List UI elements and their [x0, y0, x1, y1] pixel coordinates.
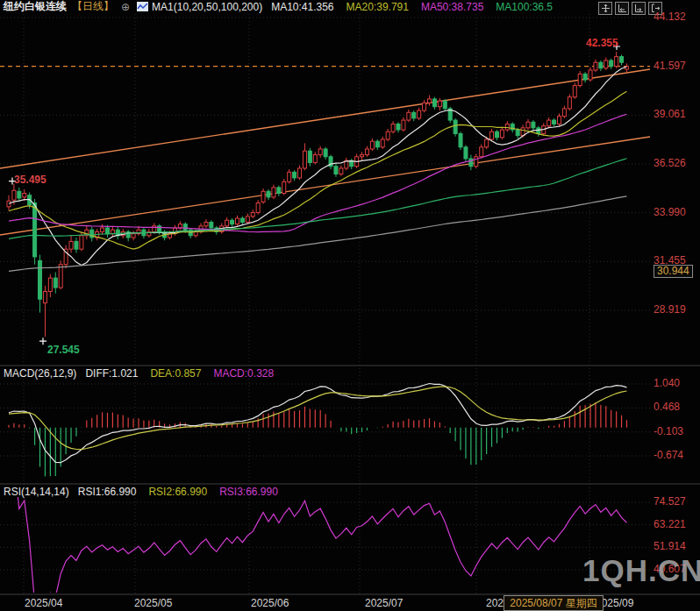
- y-axis-label: 1.040: [654, 378, 680, 389]
- y-axis-label: -0.103: [654, 426, 683, 437]
- ma50-value: MA50:38.735: [421, 1, 483, 13]
- y-axis-label: 28.919: [654, 304, 686, 316]
- watermark: 1QH.CN: [582, 553, 700, 588]
- rsi3-value: RSI3:66.990: [219, 486, 278, 498]
- y-axis-label: 33.990: [654, 207, 686, 218]
- indicator-line: [9, 114, 626, 231]
- trading-app-window: 纽约白银连续 【日线】 ⊕ MA1(10,20,50,100,200) MA10…: [0, 0, 700, 611]
- price-chart-canvas[interactable]: [0, 0, 700, 611]
- instrument-title[interactable]: 纽约白银连续: [4, 0, 67, 14]
- price-extreme-label: 27.545: [47, 344, 80, 356]
- macd-diff-value: DIFF:1.021: [85, 367, 138, 380]
- y-axis-label: 0.468: [654, 401, 680, 413]
- indicator-line: [9, 67, 626, 266]
- add-icon[interactable]: ⊕: [121, 1, 130, 13]
- y-axis-label: 30.944: [654, 265, 693, 278]
- rsi-settings-label: RSI(14,14,14): [4, 486, 69, 498]
- rsi2-value: RSI2:66.990: [148, 486, 207, 498]
- macd-macd-value: MACD:0.328: [213, 367, 274, 380]
- x-axis-month-label: 2025/07: [365, 597, 403, 609]
- rsi-indicator-row[interactable]: RSI(14,14,14) RSI1:66.990 RSI2:66.990 RS…: [4, 486, 278, 498]
- rsi1-value: RSI1:66.990: [78, 486, 137, 498]
- macd-indicator-row[interactable]: MACD(26,12,9) DIFF:1.021 DEA:0.857 MACD:…: [4, 367, 274, 380]
- price-extreme-label: 42.355: [586, 37, 618, 49]
- axis-scale-left-icon[interactable]: [615, 2, 629, 15]
- macd-settings-label: MACD(26,12,9): [4, 367, 76, 380]
- y-axis-label: 36.526: [654, 158, 686, 169]
- y-axis-label: 63.221: [654, 519, 686, 530]
- y-axis-label: 51.914: [654, 541, 686, 552]
- y-axis-label: 44.132: [654, 11, 686, 23]
- macd-dea-value: DEA:0.857: [150, 367, 201, 380]
- ma10-value: MA10:41.356: [271, 1, 333, 13]
- x-axis-month-label: 2025/04: [25, 597, 62, 609]
- price-extreme-label: 35.495: [14, 174, 46, 186]
- ma-settings-label[interactable]: MA1(10,20,50,100,200): [152, 1, 262, 13]
- price-extreme-cross: [39, 337, 46, 345]
- y-axis-label: 74.527: [654, 496, 686, 508]
- ma20-value: MA20:39.791: [346, 1, 409, 13]
- indicator-line: [9, 387, 626, 450]
- axis-scale-right-icon[interactable]: [632, 2, 646, 15]
- x-axis-month-label: 2025/06: [251, 597, 289, 609]
- indicator-icon[interactable]: [137, 2, 148, 11]
- pan-crosshair-icon[interactable]: [598, 2, 612, 15]
- crosshair-date-badge: 2025/08/07 星期四: [504, 595, 604, 611]
- x-axis-month-label: 2025/05: [134, 597, 172, 609]
- candlesticks[interactable]: [7, 52, 628, 337]
- indicator-line: [9, 384, 626, 463]
- y-axis-label: 41.597: [654, 60, 686, 72]
- y-axis-label: 39.061: [654, 109, 686, 120]
- macd-histogram: [9, 402, 626, 476]
- chart-header: 纽约白银连续 【日线】 ⊕ MA1(10,20,50,100,200) MA10…: [4, 0, 553, 13]
- y-axis-label: -0.674: [654, 450, 683, 461]
- period-selector[interactable]: 【日线】: [72, 0, 114, 14]
- ma100-value: MA100:36.5: [496, 1, 553, 13]
